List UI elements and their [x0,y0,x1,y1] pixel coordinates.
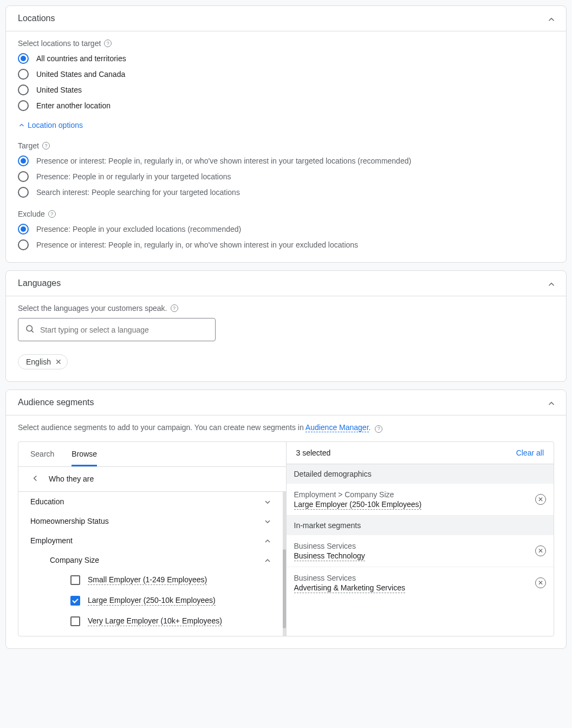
radio-input[interactable] [18,187,29,198]
radio-exclude-presence[interactable]: Presence: People in your excluded locati… [18,224,554,235]
tree-opt-large[interactable]: Large Employer (250-10k Employees) [18,590,283,611]
audience-tabs: Search Browse [18,442,286,467]
radio-exclude-presence-interest[interactable]: Presence or interest: People in, regular… [18,239,554,250]
tree-education[interactable]: Education [18,492,283,511]
tab-search[interactable]: Search [30,441,54,466]
selected-path: Employment > Company Size [294,490,422,499]
language-search-input-wrapper[interactable] [18,318,216,341]
radio-input[interactable] [18,155,29,166]
locations-title: Locations [18,14,55,23]
radio-input[interactable] [18,53,29,64]
remove-icon[interactable]: ✕ [535,545,546,556]
languages-subtitle-row: Select the languages your customers spea… [18,304,554,313]
radio-input[interactable] [18,84,29,95]
radio-target-search-interest[interactable]: Search interest: People searching for yo… [18,187,554,198]
selected-name: Large Employer (250-10k Employees) [294,500,422,510]
audience-browse-pane: Search Browse Who they are Education Hom… [18,442,287,636]
scrollbar[interactable] [283,492,286,636]
language-chip-english: English ✕ [18,354,68,369]
browse-breadcrumb-row: Who they are [18,467,286,492]
radio-input[interactable] [18,239,29,250]
audience-tree[interactable]: Education Homeownership Status Employmen… [18,492,283,636]
audience-manager-link[interactable]: Audience Manager [306,423,369,432]
target-label-row: Target ? [18,141,554,150]
languages-subtitle: Select the languages your customers spea… [18,304,167,313]
selected-path: Business Services [294,574,405,582]
tab-browse[interactable]: Browse [72,441,97,466]
radio-label: Enter another location [36,100,110,111]
radio-label: Presence or interest: People in, regular… [36,239,358,250]
help-icon[interactable]: ? [171,304,178,312]
help-icon[interactable]: ? [48,210,56,218]
selected-name: Advertising & Marketing Services [294,583,405,593]
audience-card: Audience segments Select audience segmen… [5,389,567,649]
chevron-down-icon [263,498,271,505]
languages-header[interactable]: Languages [6,271,566,296]
chevron-up-icon [547,280,554,287]
radio-label: Presence: People in your excluded locati… [36,224,241,235]
radio-input[interactable] [18,100,29,111]
target-radio-list: Presence or interest: People in, regular… [18,155,554,198]
audience-header[interactable]: Audience segments [6,390,566,415]
search-icon [25,324,35,335]
location-options-label: Location options [28,121,83,129]
help-icon[interactable]: ? [375,425,382,433]
exclude-label: Exclude [18,210,45,218]
chevron-up-icon [547,399,554,406]
selected-name: Business Technology [294,551,365,561]
remove-icon[interactable]: ✕ [535,494,546,505]
radio-label: United States and Canada [36,69,125,80]
locations-header[interactable]: Locations [6,6,566,31]
radio-target-presence-interest[interactable]: Presence or interest: People in, regular… [18,155,554,166]
radio-input[interactable] [18,69,29,80]
help-icon[interactable]: ? [42,142,50,150]
selected-count: 3 selected [296,448,331,457]
clear-all-button[interactable]: Clear all [516,448,544,457]
languages-title: Languages [18,278,61,288]
locations-radio-list: All countries and territories United Sta… [18,53,554,111]
locations-subtitle-row: Select locations to target ? [18,39,554,48]
back-arrow-icon[interactable] [30,473,40,485]
radio-label: Search interest: People searching for yo… [36,187,240,198]
tree-opt-vlarge[interactable]: Very Large Employer (10k+ Employees) [18,611,283,632]
remove-icon[interactable]: ✕ [535,577,546,588]
checkbox[interactable] [70,616,80,626]
group-in-market: In-market segments [287,516,554,535]
exclude-radio-list: Presence: People in your excluded locati… [18,224,554,250]
tree-homeownership[interactable]: Homeownership Status [18,511,283,531]
checkbox[interactable] [70,575,80,585]
svg-point-0 [27,326,32,332]
locations-subtitle: Select locations to target [18,39,101,48]
language-search-input[interactable] [40,326,209,334]
selected-path: Business Services [294,542,365,550]
chevron-up-icon [18,121,25,129]
checkbox[interactable] [70,596,80,606]
chevron-up-icon [263,556,271,564]
location-options-toggle[interactable]: Location options [18,121,554,129]
radio-enter-another[interactable]: Enter another location [18,100,554,111]
locations-card: Locations Select locations to target ? A… [5,5,567,263]
radio-us-canada[interactable]: United States and Canada [18,69,554,80]
audience-title: Audience segments [18,398,94,407]
tree-company-size[interactable]: Company Size [18,550,283,570]
radio-input[interactable] [18,224,29,235]
radio-target-presence[interactable]: Presence: People in or regularly in your… [18,171,554,182]
tree-employment[interactable]: Employment [18,531,283,550]
radio-label: Presence or interest: People in, regular… [36,155,411,166]
radio-all-countries[interactable]: All countries and territories [18,53,554,64]
audience-intro: Select audience segments to add to your … [18,423,554,433]
help-icon[interactable]: ? [104,40,112,47]
radio-label: United States [36,84,82,95]
close-icon[interactable]: ✕ [55,358,62,366]
radio-us[interactable]: United States [18,84,554,95]
tree-opt-small[interactable]: Small Employer (1-249 Employees) [18,570,283,590]
chevron-up-icon [547,15,554,22]
languages-card: Languages Select the languages your cust… [5,270,567,382]
radio-input[interactable] [18,171,29,182]
exclude-label-row: Exclude ? [18,210,554,218]
radio-label: Presence: People in or regularly in your… [36,171,231,182]
chevron-up-icon [263,537,271,544]
target-label: Target [18,141,39,150]
selected-item: Employment > Company Size Large Employer… [287,484,554,516]
chevron-down-icon [263,517,271,525]
